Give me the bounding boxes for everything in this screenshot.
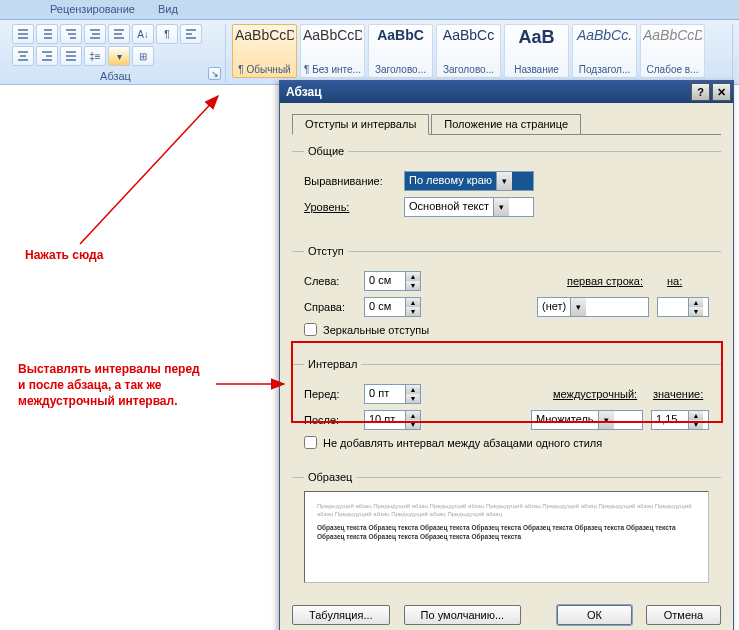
indent-left-icon[interactable] [84,24,106,44]
dialog-tabs: Отступы и интервалы Положение на страниц… [292,113,721,135]
indent-right-spinner[interactable]: 0 см ▲▼ [364,297,421,317]
align-center-icon[interactable] [12,46,34,66]
paragraph-icon-row: A↓ ¶ ‡≡ ▾ ⊞ [12,24,219,66]
indent-left-label: Слева: [304,275,356,287]
linespacing-combo[interactable]: Множитель [531,410,643,430]
cancel-button[interactable]: Отмена [646,605,721,625]
close-icon[interactable]: ✕ [712,83,731,101]
firstline-by-spinner[interactable]: ▲▼ [657,297,709,317]
indent-group: Отступ Слева: 0 см ▲▼ первая строка: на:… [292,245,721,346]
style-heading2[interactable]: AaBbCc Заголово... [436,24,501,78]
annotation-interval-1: Выставлять интервалы перед [18,362,200,376]
indent-right-icon[interactable] [108,24,130,44]
styles-group: AaBbCcDd ¶ Обычный AaBbCcDd ¶ Без инте..… [226,24,733,82]
ok-button[interactable]: ОК [557,605,632,625]
tab-position[interactable]: Положение на странице [431,114,581,135]
linespacing-label: междустрочный: [553,388,645,400]
annotation-interval-3: междустрочный интервал. [18,394,177,408]
line-spacing-icon[interactable]: ‡≡ [84,46,106,66]
tabs-button[interactable]: Табуляция... [292,605,390,625]
at-label: значение: [653,388,709,400]
style-subtitle[interactable]: AaBbCc. Подзагол... [572,24,637,78]
shading-icon[interactable]: ▾ [108,46,130,66]
tab-review[interactable]: Рецензирование [40,0,145,19]
align-right-icon[interactable] [36,46,58,66]
indent-left-spinner[interactable]: 0 см ▲▼ [364,271,421,291]
style-nospacing[interactable]: AaBbCcDd ¶ Без инте... [300,24,365,78]
indent-legend: Отступ [304,245,348,257]
general-legend: Общие [304,145,348,157]
level-combo[interactable]: Основной текст [404,197,534,217]
dialog-buttons: Табуляция... По умолчанию... ОК Отмена [292,605,721,625]
spacing-legend: Интервал [304,358,361,370]
align-left-icon[interactable] [180,24,202,44]
paragraph-group: A↓ ¶ ‡≡ ▾ ⊞ Абзац ↘ [6,24,226,82]
help-icon[interactable]: ? [691,83,710,101]
borders-icon[interactable]: ⊞ [132,46,154,66]
firstline-label: первая строка: [567,275,659,287]
after-spinner[interactable]: 10 пт ▲▼ [364,410,421,430]
numbering-icon[interactable] [36,24,58,44]
justify-icon[interactable] [60,46,82,66]
tab-indents[interactable]: Отступы и интервалы [292,114,429,135]
after-label: После: [304,414,356,426]
alignment-combo[interactable]: По левому краю [404,171,534,191]
ribbon: A↓ ¶ ‡≡ ▾ ⊞ Абзац ↘ AaBbCcDd ¶ Обычный A… [0,20,739,85]
before-spinner[interactable]: 0 пт ▲▼ [364,384,421,404]
sort-icon[interactable]: A↓ [132,24,154,44]
tab-view[interactable]: Вид [148,0,188,19]
ribbon-tabs: Рецензирование Вид [0,0,739,20]
paragraph-group-label: Абзац [12,70,219,82]
multilevel-icon[interactable] [60,24,82,44]
preview-box: Предыдущий абзац Предыдущий абзац Предыд… [304,491,709,583]
at-spinner[interactable]: 1,15 ▲▼ [651,410,709,430]
indent-right-label: Справа: [304,301,356,313]
dialog-title: Абзац [286,85,322,99]
bullets-icon[interactable] [12,24,34,44]
styles-gallery[interactable]: AaBbCcDd ¶ Обычный AaBbCcDd ¶ Без инте..… [232,24,726,78]
style-subtle[interactable]: AaBbCcDd Слабое в... [640,24,705,78]
no-add-same-style-checkbox[interactable]: Не добавлять интервал между абзацами одн… [304,436,709,449]
annotation-interval-2: и после абзаца, а так же [18,378,161,392]
preview-group: Образец Предыдущий абзац Предыдущий абза… [292,471,721,593]
firstline-combo[interactable]: (нет) [537,297,649,317]
firstline-by-label: на: [667,275,709,287]
preview-legend: Образец [304,471,356,483]
dialog-titlebar[interactable]: Абзац ? ✕ [280,81,733,103]
paragraph-dialog-launcher[interactable]: ↘ [208,67,221,80]
style-title[interactable]: АаВ Название [504,24,569,78]
annotation-click: Нажать сюда [25,248,103,262]
pilcrow-icon[interactable]: ¶ [156,24,178,44]
paragraph-dialog: Абзац ? ✕ Отступы и интервалы Положение … [279,80,734,630]
level-label: Уровень: [304,201,396,213]
svg-line-27 [80,96,218,244]
style-heading1[interactable]: AaBbC Заголово... [368,24,433,78]
alignment-label: Выравнивание: [304,175,396,187]
spacing-group: Интервал Перед: 0 пт ▲▼ междустрочный: з… [292,358,721,459]
mirror-indents-checkbox[interactable]: Зеркальные отступы [304,323,709,336]
default-button[interactable]: По умолчанию... [404,605,522,625]
general-group: Общие Выравнивание: По левому краю Урове… [292,145,721,233]
style-normal[interactable]: AaBbCcDd ¶ Обычный [232,24,297,78]
before-label: Перед: [304,388,356,400]
